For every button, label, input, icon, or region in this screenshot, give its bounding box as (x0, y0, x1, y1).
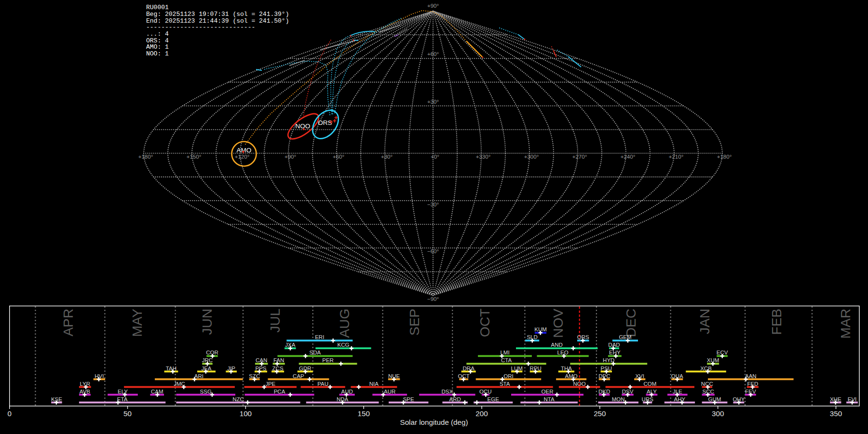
svg-text:EHY: EHY (609, 350, 621, 355)
svg-text:ARD: ARD (449, 396, 461, 402)
svg-text:ETA: ETA (117, 396, 128, 402)
svg-text:JLE: JLE (673, 389, 682, 394)
svg-text:SCC: SCC (703, 389, 714, 394)
svg-text:FED: FED (747, 381, 758, 387)
svg-text:CAP: CAP (293, 373, 304, 379)
svg-text:OCU: OCU (479, 389, 492, 394)
svg-text:NIA: NIA (369, 381, 379, 387)
svg-text:CTA: CTA (501, 357, 512, 363)
svg-text:JXA: JXA (285, 342, 295, 348)
svg-text:QUA: QUA (671, 373, 683, 379)
svg-text:OCT: OCT (458, 373, 470, 379)
svg-text:STA: STA (500, 381, 510, 387)
svg-text:AMO: AMO (237, 147, 252, 154)
svg-text:AAN: AAN (745, 373, 757, 379)
svg-text:AHY: AHY (674, 396, 686, 402)
svg-text:+210°: +210° (669, 154, 684, 160)
svg-text:EVI: EVI (848, 396, 857, 402)
svg-text:XCB: XCB (700, 366, 712, 371)
svg-text:AUD: AUD (341, 389, 353, 394)
svg-text:+180°: +180° (717, 154, 732, 160)
svg-text:AUG: AUG (337, 309, 352, 338)
svg-text:GEM: GEM (619, 334, 631, 340)
svg-text:+60°: +60° (333, 154, 344, 160)
svg-text:−30°: −30° (427, 202, 439, 207)
svg-text:+120°: +120° (235, 154, 250, 160)
svg-text:XHE: XHE (830, 396, 841, 402)
svg-text:+180°: +180° (138, 154, 153, 160)
svg-text:GDR: GDR (299, 366, 312, 371)
svg-text:AVB: AVB (80, 389, 90, 394)
svg-text:ALY: ALY (647, 389, 657, 394)
svg-text:+240°: +240° (621, 154, 636, 160)
svg-text:URS: URS (642, 396, 654, 402)
svg-text:TAH: TAH (166, 366, 176, 371)
svg-text:JPE: JPE (265, 381, 275, 387)
svg-text:EGE: EGE (488, 396, 500, 402)
svg-text:PAU: PAU (317, 381, 328, 387)
svg-text:ECV: ECV (717, 350, 728, 355)
svg-text:MAR: MAR (838, 309, 853, 339)
svg-text:AUR: AUR (384, 389, 395, 394)
svg-text:ORS: ORS (318, 119, 332, 126)
svg-text:HVI: HVI (95, 373, 104, 379)
svg-text:350: 350 (830, 409, 842, 418)
svg-text:XVI: XVI (635, 373, 644, 379)
svg-text:FEB: FEB (769, 309, 784, 335)
svg-text:THA: THA (561, 366, 572, 371)
svg-text:OCT: OCT (477, 309, 492, 337)
svg-text:300: 300 (712, 409, 724, 418)
svg-text:100: 100 (240, 409, 252, 418)
svg-text:DKD: DKD (598, 389, 610, 394)
svg-text:JMC: JMC (174, 381, 185, 387)
svg-text:DSV: DSV (622, 389, 634, 394)
svg-text:SDA: SDA (310, 350, 321, 355)
svg-text:PSU: PSU (600, 366, 612, 371)
svg-text:SLD: SLD (527, 334, 537, 340)
svg-text:−90°: −90° (427, 296, 439, 302)
svg-text:50: 50 (123, 409, 132, 418)
svg-text:+60°: +60° (427, 51, 439, 57)
svg-text:ERI: ERI (315, 334, 324, 340)
svg-text:KCG: KCG (337, 342, 349, 348)
svg-text:HYD: HYD (603, 357, 614, 363)
svg-text:NOO: 1: NOO: 1 (146, 50, 169, 57)
svg-text:+90°: +90° (285, 154, 296, 160)
svg-text:CAN: CAN (256, 357, 267, 363)
svg-text:APR: APR (61, 309, 76, 337)
svg-text:DSX: DSX (442, 389, 453, 394)
svg-text:+330°: +330° (476, 154, 491, 160)
svg-text:DPC: DPC (598, 373, 610, 379)
svg-text:JUL: JUL (268, 309, 283, 333)
svg-text:FEV: FEV (745, 389, 756, 394)
svg-text:SZC: SZC (249, 373, 260, 379)
svg-text:PPS: PPS (255, 366, 266, 371)
svg-text:JUN: JUN (200, 309, 215, 335)
svg-text:NCC: NCC (701, 381, 713, 387)
svg-text:+300°: +300° (524, 154, 539, 160)
svg-text:AMO: AMO (565, 373, 577, 379)
svg-text:ELY: ELY (118, 389, 128, 394)
svg-text:200: 200 (475, 409, 488, 418)
svg-text:AND: AND (551, 342, 563, 348)
svg-text:PER: PER (322, 357, 334, 363)
svg-text:Solar longitude (deg): Solar longitude (deg) (400, 418, 468, 426)
svg-text:0: 0 (7, 409, 11, 418)
svg-text:150: 150 (358, 409, 370, 418)
svg-text:MON: MON (612, 396, 625, 402)
svg-text:ZCS: ZCS (272, 366, 284, 371)
svg-text:FAN: FAN (273, 357, 284, 363)
svg-text:+150°: +150° (187, 154, 202, 160)
svg-text:XUM: XUM (707, 357, 719, 363)
svg-text:JEA: JEA (201, 366, 211, 371)
svg-text:JRC: JRC (202, 357, 213, 363)
svg-text:OER: OER (542, 389, 554, 394)
svg-text:PCA: PCA (274, 389, 285, 394)
svg-text:NOO: NOO (296, 122, 311, 130)
svg-text:+0°: +0° (431, 154, 439, 160)
svg-text:SPE: SPE (403, 396, 414, 402)
svg-text:+270°: +270° (572, 154, 587, 160)
svg-text:DEC: DEC (624, 309, 638, 337)
svg-text:JAN: JAN (697, 309, 712, 334)
svg-text:ORI: ORI (503, 373, 513, 379)
